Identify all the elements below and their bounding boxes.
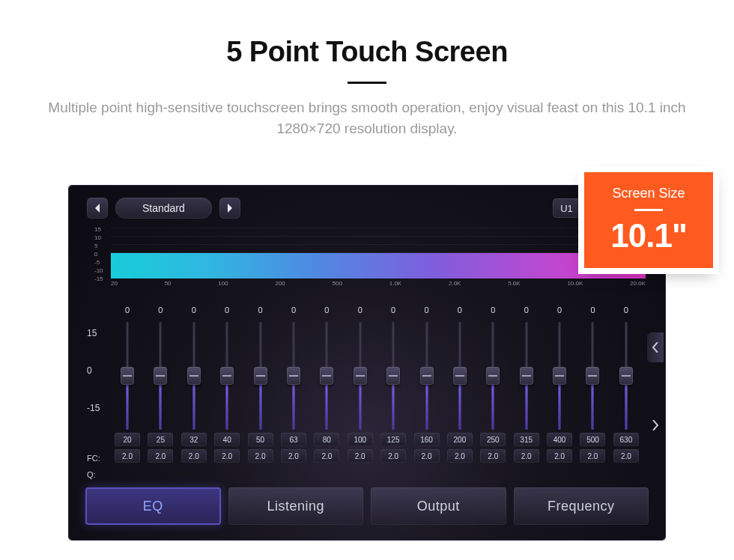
fc-row-label: FC: bbox=[87, 454, 100, 463]
tab-frequency[interactable]: Frequency bbox=[514, 487, 649, 525]
band-gain-value: 0 bbox=[590, 305, 595, 319]
band-fc-field[interactable]: 25 bbox=[148, 433, 173, 446]
band-q-field[interactable]: 2.0 bbox=[447, 449, 473, 463]
band-fc-field[interactable]: 200 bbox=[447, 433, 473, 446]
preset-next-button[interactable] bbox=[219, 198, 240, 219]
title-separator bbox=[348, 82, 386, 84]
band-fc-field[interactable]: 630 bbox=[613, 433, 639, 446]
eq-band: 02002.0 bbox=[445, 305, 475, 482]
band-gain-slider[interactable] bbox=[187, 322, 201, 430]
band-fc-field[interactable]: 100 bbox=[348, 433, 373, 446]
eq-band: 02502.0 bbox=[478, 305, 508, 482]
band-gain-value: 0 bbox=[624, 305, 628, 319]
band-gain-slider[interactable] bbox=[121, 322, 134, 430]
slider-thumb[interactable] bbox=[486, 367, 500, 385]
band-fc-field[interactable]: 20 bbox=[115, 433, 140, 446]
band-fc-field[interactable]: 400 bbox=[547, 433, 572, 446]
band-gain-slider[interactable] bbox=[420, 322, 434, 430]
slider-thumb[interactable] bbox=[354, 367, 367, 385]
eq-screen: Standard U1 U2 U3 15 10 5 0 -5 -10 -15 2… bbox=[69, 186, 665, 540]
band-q-field[interactable]: 2.0 bbox=[281, 449, 306, 463]
band-q-field[interactable]: 2.0 bbox=[547, 449, 572, 463]
band-q-field[interactable]: 2.0 bbox=[480, 449, 506, 463]
preset-name-pill[interactable]: Standard bbox=[115, 198, 212, 219]
band-fc-field[interactable]: 500 bbox=[580, 433, 605, 446]
chart-gradient-fill bbox=[111, 253, 646, 279]
badge-value: 10.1" bbox=[610, 217, 687, 255]
band-gain-slider[interactable] bbox=[354, 322, 367, 430]
slider-thumb[interactable] bbox=[254, 367, 267, 385]
band-gain-slider[interactable] bbox=[220, 322, 234, 430]
band-q-field[interactable]: 2.0 bbox=[314, 449, 339, 463]
band-fc-field[interactable]: 40 bbox=[214, 433, 240, 446]
eq-band: 0252.0 bbox=[145, 305, 175, 482]
band-fc-field[interactable]: 80 bbox=[314, 433, 339, 446]
slider-thumb[interactable] bbox=[553, 367, 566, 385]
page-subtitle: Multiple point high-sensitive touchscree… bbox=[0, 97, 734, 139]
tab-eq[interactable]: EQ bbox=[85, 487, 221, 525]
band-q-field[interactable]: 2.0 bbox=[248, 449, 273, 463]
band-fc-field[interactable]: 250 bbox=[480, 433, 506, 446]
band-q-field[interactable]: 2.0 bbox=[214, 449, 240, 463]
band-gain-slider[interactable] bbox=[486, 322, 500, 430]
band-fc-field[interactable]: 32 bbox=[181, 433, 207, 446]
slider-thumb[interactable] bbox=[420, 367, 434, 385]
band-q-field[interactable]: 2.0 bbox=[414, 449, 440, 463]
page-title: 5 Point Touch Screen bbox=[0, 36, 734, 68]
band-q-field[interactable]: 2.0 bbox=[613, 449, 639, 463]
band-gain-value: 0 bbox=[158, 305, 163, 319]
screen-size-badge: Screen Size 10.1" bbox=[584, 172, 713, 268]
band-gain-value: 0 bbox=[324, 305, 329, 319]
band-q-field[interactable]: 2.0 bbox=[348, 449, 373, 463]
band-gain-slider[interactable] bbox=[453, 322, 467, 430]
slider-thumb[interactable] bbox=[220, 367, 234, 385]
eq-band: 0202.0 bbox=[112, 305, 142, 482]
band-fc-field[interactable]: 125 bbox=[380, 433, 406, 446]
eq-band: 01002.0 bbox=[345, 305, 375, 482]
tab-output[interactable]: Output bbox=[371, 487, 506, 525]
band-gain-slider[interactable] bbox=[254, 322, 267, 430]
eq-band: 01602.0 bbox=[412, 305, 442, 482]
band-gain-value: 0 bbox=[225, 305, 229, 319]
band-q-field[interactable]: 2.0 bbox=[148, 449, 173, 463]
slider-thumb[interactable] bbox=[520, 367, 533, 385]
chart-x-ticks: 20 50 100 200 500 1.0K 2.0K 5.0K 10.0K 2… bbox=[111, 280, 646, 287]
slider-thumb[interactable] bbox=[453, 367, 467, 385]
band-q-field[interactable]: 2.0 bbox=[580, 449, 605, 463]
band-fc-field[interactable]: 63 bbox=[281, 433, 306, 446]
slider-thumb[interactable] bbox=[154, 367, 167, 385]
band-q-field[interactable]: 2.0 bbox=[514, 449, 539, 463]
expand-panel-button[interactable] bbox=[647, 332, 664, 362]
slider-thumb[interactable] bbox=[187, 367, 201, 385]
slider-thumb[interactable] bbox=[287, 367, 300, 385]
band-gain-slider[interactable] bbox=[619, 322, 633, 430]
slider-thumb[interactable] bbox=[121, 367, 134, 385]
band-gain-value: 0 bbox=[125, 305, 130, 319]
band-gain-slider[interactable] bbox=[154, 322, 167, 430]
band-gain-slider[interactable] bbox=[520, 322, 533, 430]
band-fc-field[interactable]: 160 bbox=[414, 433, 440, 446]
slider-thumb[interactable] bbox=[320, 367, 333, 385]
band-fc-field[interactable]: 50 bbox=[248, 433, 273, 446]
band-fc-field[interactable]: 315 bbox=[514, 433, 539, 446]
band-gain-slider[interactable] bbox=[586, 322, 599, 430]
eq-band: 0802.0 bbox=[312, 305, 342, 482]
band-gain-slider[interactable] bbox=[553, 322, 566, 430]
band-gain-slider[interactable] bbox=[386, 322, 400, 430]
eq-band: 04002.0 bbox=[545, 305, 574, 482]
preset-prev-button[interactable] bbox=[87, 198, 108, 219]
band-q-field[interactable]: 2.0 bbox=[380, 449, 406, 463]
slider-thumb[interactable] bbox=[619, 367, 633, 385]
tab-listening[interactable]: Listening bbox=[228, 487, 364, 525]
badge-separator bbox=[634, 209, 663, 211]
band-q-field[interactable]: 2.0 bbox=[115, 449, 140, 463]
scroll-right-button[interactable] bbox=[647, 410, 664, 440]
user-preset-u1-button[interactable]: U1 bbox=[553, 198, 580, 218]
slider-thumb[interactable] bbox=[586, 367, 599, 385]
band-q-field[interactable]: 2.0 bbox=[181, 449, 207, 463]
slider-thumb[interactable] bbox=[386, 367, 400, 385]
band-gain-value: 0 bbox=[391, 305, 395, 319]
eq-band: 0322.0 bbox=[179, 305, 209, 482]
band-gain-slider[interactable] bbox=[287, 322, 300, 430]
band-gain-slider[interactable] bbox=[320, 322, 333, 430]
